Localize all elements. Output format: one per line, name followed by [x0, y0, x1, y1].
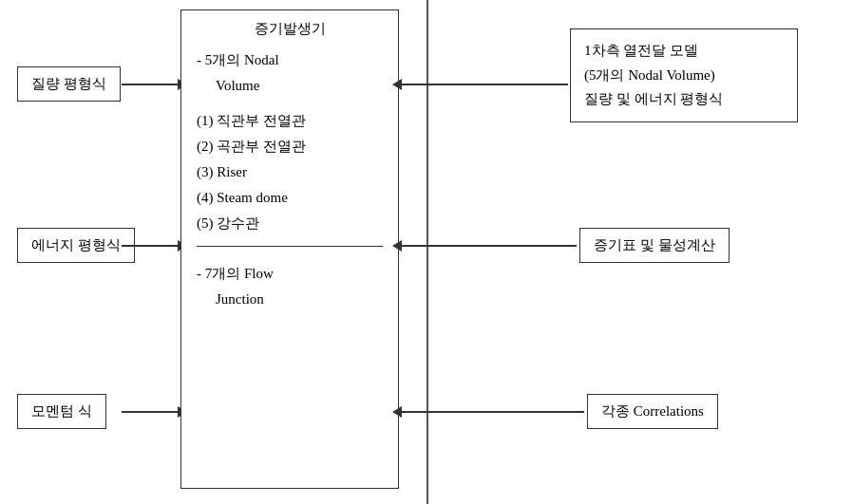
arrow-mass-to-center [122, 84, 179, 85]
flow-junction-line2: Junction [216, 287, 383, 312]
correlations-box: 각종 Correlations [587, 394, 718, 429]
steam-table-box: 증기표 및 물성계산 [579, 228, 730, 263]
arrow-heat-transfer-to-center [401, 84, 568, 85]
steam-table-label: 증기표 및 물성계산 [594, 237, 715, 252]
steam-generator-title: 증기발생기 [197, 20, 383, 38]
mass-equation-box: 질량 평형식 [17, 66, 121, 102]
subline-2: (2) 곡관부 전열관 [197, 134, 383, 159]
mass-equation-label: 질량 평형식 [31, 76, 106, 91]
subline-1: (1) 직관부 전열관 [197, 108, 383, 134]
nodal-volume-line2: Volume [216, 73, 383, 99]
center-bottom-section: - 7개의 Flow Junction [197, 256, 383, 312]
subline-3: (3) Riser [197, 159, 383, 185]
momentum-equation-label: 모멘텀 식 [31, 403, 92, 419]
energy-equation-box: 에너지 평형식 [17, 228, 135, 263]
arrowhead-steam-table [392, 240, 402, 252]
vertical-divider [426, 0, 428, 504]
steam-generator-box: 증기발생기 - 5개의 Nodal Volume (1) 직관부 전열관 (2)… [180, 9, 399, 489]
heat-transfer-line1: 1차측 열전달 모델 [584, 39, 784, 64]
subline-5: (5) 강수관 [197, 211, 383, 236]
subline-4: (4) Steam dome [197, 185, 383, 211]
arrow-correlations-to-center [401, 411, 584, 413]
flow-junction-line1: - 7개의 Flow [197, 261, 383, 287]
arrowhead-heat-transfer [392, 79, 402, 90]
center-top-section: - 5개의 Nodal Volume (1) 직관부 전열관 (2) 곡관부 전… [197, 47, 383, 247]
heat-transfer-box: 1차측 열전달 모델 (5개의 Nodal Volume) 질량 및 에너지 평… [570, 28, 798, 122]
energy-equation-label: 에너지 평형식 [31, 237, 121, 252]
heat-transfer-line2: (5개의 Nodal Volume) [584, 64, 784, 88]
momentum-equation-box: 모멘텀 식 [17, 394, 106, 429]
arrow-momentum-to-center [122, 411, 179, 413]
correlations-label: 각종 Correlations [601, 403, 704, 419]
arrow-steam-table-to-center [401, 245, 577, 247]
heat-transfer-line3: 질량 및 에너지 평형식 [584, 87, 784, 112]
arrowhead-correlations [392, 406, 402, 418]
diagram-container: 질량 평형식 에너지 평형식 모멘텀 식 증기발생기 - 5개의 Nodal V… [0, 0, 853, 504]
nodal-volume-line1: - 5개의 Nodal [197, 47, 383, 73]
arrow-energy-to-center [122, 245, 179, 247]
